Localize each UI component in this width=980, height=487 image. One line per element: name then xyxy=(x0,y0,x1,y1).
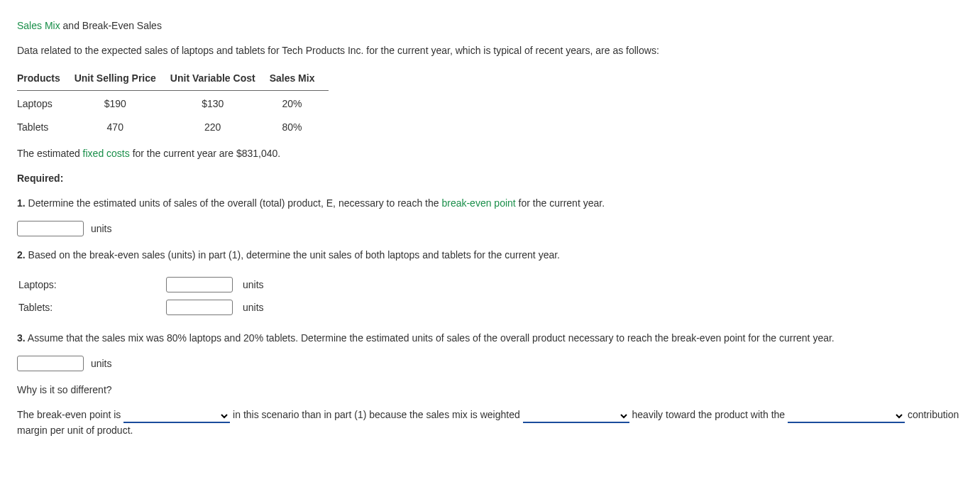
cell-price: $190 xyxy=(75,91,170,115)
break-even-link[interactable]: break-even point xyxy=(441,197,515,209)
table-header-row: Products Unit Selling Price Unit Variabl… xyxy=(17,68,329,91)
header-price: Unit Selling Price xyxy=(75,68,170,91)
q2-laptops-input[interactable] xyxy=(166,277,233,292)
title-rest: and Break-Even Sales xyxy=(60,20,162,31)
table-row: Tablets 470 220 80% xyxy=(17,114,329,138)
cell-mix: 80% xyxy=(270,114,329,138)
page-title: Sales Mix and Break-Even Sales xyxy=(17,18,963,33)
q1-answer-input[interactable] xyxy=(17,221,84,236)
q2-tablets-input[interactable] xyxy=(166,300,233,315)
q3-number: 3. xyxy=(17,332,26,344)
question-1: 1. Determine the estimated units of sale… xyxy=(17,196,963,211)
required-label: Required: xyxy=(17,171,963,186)
fixed-costs-link[interactable]: fixed costs xyxy=(83,148,130,159)
q1-number: 1. xyxy=(17,197,26,209)
q2-inputs-table: Laptops: units Tablets: units xyxy=(17,273,270,319)
q3-sentence: The break-even point is in this scenario… xyxy=(17,407,963,438)
sentence-part-3: heavily toward the product with the xyxy=(632,409,788,420)
cell-cost: $130 xyxy=(170,91,270,115)
q3-dropdown-1[interactable] xyxy=(123,409,230,423)
question-3: 3. Assume that the sales mix was 80% lap… xyxy=(17,331,963,346)
q2-row-laptops: Laptops: units xyxy=(18,274,268,295)
cell-product: Laptops xyxy=(17,91,75,115)
cell-mix: 20% xyxy=(270,91,329,115)
q2-number: 2. xyxy=(17,249,26,261)
intro-text: Data related to the expected sales of la… xyxy=(17,43,963,58)
fixed-costs-text: The estimated fixed costs for the curren… xyxy=(17,146,963,161)
table-row: Laptops $190 $130 20% xyxy=(17,91,329,115)
q2-laptops-units: units xyxy=(243,279,264,290)
sentence-part-1: The break-even point is xyxy=(17,409,123,420)
cell-cost: 220 xyxy=(170,114,270,138)
cell-product: Tablets xyxy=(17,114,75,138)
q2-laptops-label: Laptops: xyxy=(18,278,160,292)
header-cost: Unit Variable Cost xyxy=(170,68,270,91)
q2-tablets-label: Tablets: xyxy=(18,300,160,315)
sentence-part-2: in this scenario than in part (1) becaus… xyxy=(233,409,523,420)
q3-units-label: units xyxy=(91,358,112,369)
title-link[interactable]: Sales Mix xyxy=(17,20,60,31)
header-mix: Sales Mix xyxy=(270,68,329,91)
q3-dropdown-3[interactable] xyxy=(788,409,905,423)
q3-answer-input[interactable] xyxy=(17,356,84,371)
q3-why-text: Why is it so different? xyxy=(17,383,963,398)
q2-row-tablets: Tablets: units xyxy=(18,297,268,318)
q1-units-label: units xyxy=(91,223,112,234)
q3-dropdown-2[interactable] xyxy=(523,409,629,423)
header-products: Products xyxy=(17,68,75,91)
question-2: 2. Based on the break-even sales (units)… xyxy=(17,248,963,263)
products-table: Products Unit Selling Price Unit Variabl… xyxy=(17,68,329,138)
cell-price: 470 xyxy=(75,114,170,138)
q2-tablets-units: units xyxy=(243,302,264,313)
